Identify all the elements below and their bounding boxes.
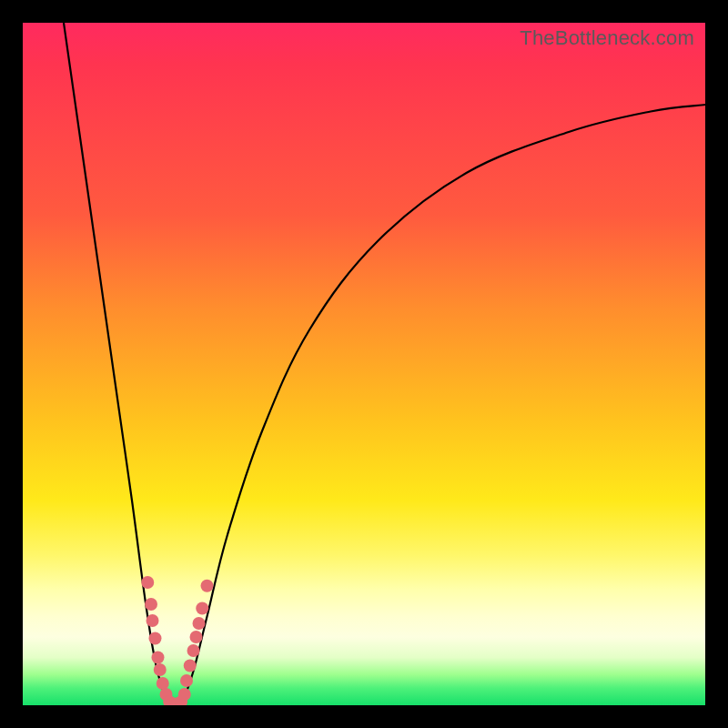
left-dot — [154, 663, 167, 676]
right-dot — [178, 688, 191, 701]
bottom-dot — [171, 698, 184, 706]
curve-left — [64, 23, 173, 705]
watermark-text: TheBottleneck.com — [520, 26, 694, 50]
left-dot — [145, 598, 157, 611]
plot-area: TheBottleneck.com — [23, 23, 705, 705]
left-dot — [160, 688, 173, 701]
left-dot — [149, 632, 162, 645]
chart-svg — [23, 23, 705, 705]
marker-group — [141, 576, 213, 705]
right-dot — [180, 674, 193, 687]
curve-right — [173, 105, 705, 705]
chart-frame: TheBottleneck.com — [0, 0, 728, 728]
bottom-dot — [163, 695, 176, 705]
left-dot — [147, 614, 159, 627]
left-dot — [157, 677, 169, 690]
right-dot — [193, 617, 206, 630]
bottom-dot — [167, 698, 179, 706]
right-dot — [201, 580, 214, 592]
right-dot — [187, 644, 200, 657]
left-dot — [141, 576, 154, 589]
right-dot — [190, 631, 203, 643]
right-dot — [196, 602, 208, 615]
bottom-dot — [175, 695, 187, 705]
right-dot — [184, 660, 197, 672]
left-dot — [152, 652, 165, 664]
